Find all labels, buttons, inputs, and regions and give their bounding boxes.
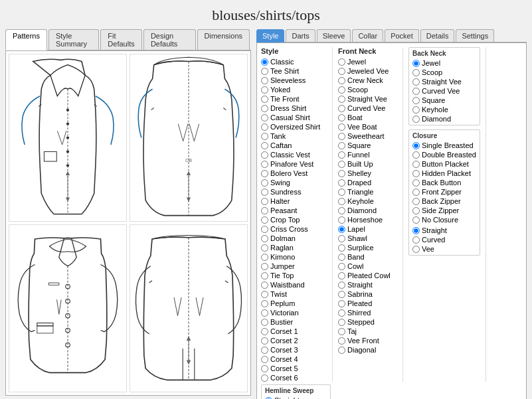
style-bustier[interactable]: Bustier — [261, 318, 324, 326]
style-bolero[interactable]: Bolero Vest — [261, 169, 324, 177]
style-pinafore[interactable]: Pinafore Vest — [261, 160, 324, 168]
fn-jewel[interactable]: Jewel — [338, 58, 395, 66]
style-dolman[interactable]: Dolman — [261, 234, 324, 242]
style-sleeveless[interactable]: Sleeveless — [261, 76, 324, 84]
fn-band[interactable]: Band — [338, 253, 395, 261]
style-corset3[interactable]: Corset 3 — [261, 346, 324, 354]
hs-straight[interactable]: Straight — [265, 396, 327, 399]
style-corset4[interactable]: Corset 4 — [261, 355, 324, 363]
fn-shirred[interactable]: Shirred — [338, 309, 395, 317]
style-caftan[interactable]: Caftan — [261, 141, 324, 149]
style-halter[interactable]: Halter — [261, 197, 324, 205]
style-kimono[interactable]: Kimono — [261, 253, 324, 261]
fn-surplice[interactable]: Surplice — [338, 244, 395, 252]
tab-patterns[interactable]: Patterns — [5, 29, 47, 50]
fn-cowl[interactable]: Cowl — [338, 262, 395, 270]
style-peplum[interactable]: Peplum — [261, 299, 324, 307]
fn-vee-boat[interactable]: Vee Boat — [338, 123, 395, 131]
tab-style-summary[interactable]: Style Summary — [48, 29, 99, 50]
tab-pocket[interactable]: Pocket — [385, 29, 419, 42]
cl-double[interactable]: Double Breasted — [412, 151, 476, 159]
bn-scoop[interactable]: Scoop — [412, 68, 476, 76]
fn-sabrina[interactable]: Sabrina — [338, 290, 395, 298]
style-dress-shirt[interactable]: Dress Shirt — [261, 104, 324, 112]
pattern-back-svg: CB — [130, 54, 247, 221]
style-raglan[interactable]: Raglan — [261, 244, 324, 252]
style-tee[interactable]: Tee Shirt — [261, 67, 324, 75]
fn-pleated[interactable]: Pleated — [338, 299, 395, 307]
tab-settings[interactable]: Settings — [456, 29, 494, 42]
op-curved[interactable]: Curved — [412, 236, 476, 244]
fn-keyhole[interactable]: Keyhole — [338, 197, 395, 205]
cl-back-zipper[interactable]: Back Zipper — [412, 197, 476, 205]
fn-funnel[interactable]: Funnel — [338, 151, 395, 159]
fn-boat[interactable]: Boat — [338, 114, 395, 121]
style-corset1[interactable]: Corset 1 — [261, 327, 324, 335]
fn-straight-vee[interactable]: Straight Vee — [338, 95, 395, 103]
fn-sweetheart[interactable]: Sweetheart — [338, 132, 395, 140]
bn-curved-vee[interactable]: Curved Vee — [412, 87, 476, 95]
style-crop-top[interactable]: Crop Top — [261, 216, 324, 224]
cl-single[interactable]: Single Breasted — [412, 141, 476, 149]
fn-pleated-cowl[interactable]: Pleated Cowl — [338, 272, 395, 279]
tab-collar[interactable]: Collar — [352, 29, 383, 42]
fn-diagonal[interactable]: Diagonal — [338, 346, 395, 354]
cl-side-zipper[interactable]: Side Zipper — [412, 206, 476, 214]
bn-straight-vee[interactable]: Straight Vee — [412, 78, 476, 86]
style-oversized[interactable]: Oversized Shirt — [261, 123, 324, 131]
cl-front-zipper[interactable]: Front Zipper — [412, 188, 476, 196]
style-classic[interactable]: Classic — [261, 58, 324, 66]
tab-sleeve[interactable]: Sleeve — [317, 29, 351, 42]
fn-stepped[interactable]: Stepped — [338, 318, 395, 326]
cl-hidden-placket[interactable]: Hidden Placket — [412, 169, 476, 177]
fn-crew[interactable]: Crew Neck — [338, 76, 395, 84]
fn-draped[interactable]: Draped — [338, 179, 395, 187]
style-tank[interactable]: Tank — [261, 132, 324, 140]
style-yoked[interactable]: Yoked — [261, 86, 324, 94]
style-sundress[interactable]: Sundress — [261, 188, 324, 196]
fn-curved-vee[interactable]: Curved Vee — [338, 104, 395, 112]
tab-fit-defaults[interactable]: Fit Defaults — [100, 29, 142, 50]
bn-diamond[interactable]: Diamond — [412, 115, 476, 123]
fn-built-up[interactable]: Built Up — [338, 160, 395, 168]
style-twist[interactable]: Twist — [261, 290, 324, 298]
style-tie-top[interactable]: Tie Top — [261, 272, 324, 279]
cl-button-placket[interactable]: Button Placket — [412, 160, 476, 168]
style-criss-cross[interactable]: Criss Cross — [261, 225, 324, 233]
fn-scoop[interactable]: Scoop — [338, 86, 395, 94]
op-straight[interactable]: Straight — [412, 226, 476, 234]
fn-lapel[interactable]: Lapel — [338, 225, 395, 233]
fn-vee-front[interactable]: Vee Front — [338, 337, 395, 345]
fn-straight[interactable]: Straight — [338, 281, 395, 289]
style-tie-front[interactable]: Tie Front — [261, 95, 324, 103]
style-casual[interactable]: Casual Shirt — [261, 114, 324, 121]
bn-keyhole[interactable]: Keyhole — [412, 106, 476, 114]
op-vee[interactable]: Vee — [412, 245, 476, 253]
fn-shawl[interactable]: Shawl — [338, 234, 395, 242]
fn-taj[interactable]: Taj — [338, 327, 395, 335]
tab-dimensions[interactable]: Dimensions — [197, 29, 250, 50]
style-jumper[interactable]: Jumper — [261, 262, 324, 270]
cl-back-button[interactable]: Back Button — [412, 179, 476, 187]
fn-horseshoe[interactable]: Horseshoe — [338, 216, 395, 224]
style-swing[interactable]: Swing — [261, 179, 324, 187]
fn-jeweled-vee[interactable]: Jeweled Vee — [338, 67, 395, 75]
style-peasant[interactable]: Peasant — [261, 206, 324, 214]
style-victorian[interactable]: Victorian — [261, 309, 324, 317]
fn-shelley[interactable]: Shelley — [338, 169, 395, 177]
style-classic-vest[interactable]: Classic Vest — [261, 151, 324, 159]
style-corset5[interactable]: Corset 5 — [261, 364, 324, 372]
fn-triangle[interactable]: Triangle — [338, 188, 395, 196]
style-waistband[interactable]: Waistband — [261, 281, 324, 289]
style-corset6[interactable]: Corset 6 — [261, 374, 324, 382]
tab-design-defaults[interactable]: Design Defaults — [143, 29, 196, 50]
tab-style[interactable]: Style — [256, 29, 284, 42]
tab-darts[interactable]: Darts — [286, 29, 315, 42]
tab-details[interactable]: Details — [420, 29, 455, 42]
fn-square[interactable]: Square — [338, 141, 395, 149]
bn-jewel[interactable]: Jewel — [412, 59, 476, 67]
fn-diamond[interactable]: Diamond — [338, 206, 395, 214]
style-corset2[interactable]: Corset 2 — [261, 337, 324, 345]
cl-no-closure[interactable]: No Closure — [412, 216, 476, 224]
bn-square[interactable]: Square — [412, 96, 476, 104]
